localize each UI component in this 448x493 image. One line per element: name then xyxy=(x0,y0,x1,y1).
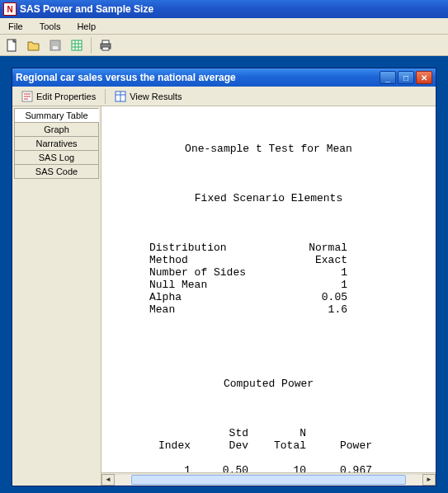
menu-file[interactable]: File xyxy=(3,20,28,33)
svg-rect-2 xyxy=(53,46,58,49)
scenario-row: DistributionNormal xyxy=(149,242,421,254)
save-button[interactable] xyxy=(46,36,64,54)
properties-icon xyxy=(21,91,33,102)
table-button[interactable] xyxy=(68,36,86,54)
main-toolbar xyxy=(0,35,448,56)
minimize-button[interactable]: _ xyxy=(380,71,396,84)
power-header-row: IndexDevTotalPower xyxy=(141,439,421,452)
close-button[interactable]: ✕ xyxy=(416,71,432,84)
sidebar-item-label: SAS Code xyxy=(35,167,78,176)
power-table: StdN IndexDevTotalPower 10.50100.967 20.… xyxy=(141,427,421,472)
app-titlebar: N SAS Power and Sample Size xyxy=(0,0,448,18)
scroll-track[interactable] xyxy=(115,474,422,486)
svg-rect-3 xyxy=(72,40,82,50)
window-buttons: _ □ ✕ xyxy=(380,71,432,84)
child-toolbar-separator xyxy=(105,89,106,104)
maximize-button[interactable]: □ xyxy=(398,71,414,84)
results-output: One-sample t Test for Mean Fixed Scenari… xyxy=(101,107,436,472)
save-icon xyxy=(50,40,61,51)
menu-help[interactable]: Help xyxy=(72,20,101,33)
table-icon xyxy=(71,40,83,51)
print-button[interactable] xyxy=(97,36,115,54)
app-title: SAS Power and Sample Size xyxy=(20,3,153,15)
scenario-row: Number of Sides1 xyxy=(149,266,421,279)
content-area: One-sample t Test for Mean Fixed Scenari… xyxy=(101,106,436,486)
power-row: 10.50100.967 xyxy=(141,464,421,472)
menu-tools[interactable]: Tools xyxy=(35,20,66,33)
sidebar-item-graph[interactable]: Graph xyxy=(14,122,99,136)
horizontal-scrollbar[interactable]: ◄ ► xyxy=(101,472,436,486)
child-title: Regional car sales versus the national a… xyxy=(16,72,380,83)
sidebar-item-summary-table[interactable]: Summary Table xyxy=(14,108,99,122)
scroll-right-button[interactable]: ► xyxy=(422,474,436,486)
sidebar-item-label: Summary Table xyxy=(25,110,87,120)
sidebar-item-sas-log[interactable]: SAS Log xyxy=(14,150,99,164)
svg-rect-9 xyxy=(102,40,109,44)
edit-properties-button[interactable]: Edit Properties xyxy=(16,88,101,105)
scenario-row: Mean1.6 xyxy=(149,303,421,316)
result-title-1: One-sample t Test for Mean xyxy=(116,143,421,155)
new-button[interactable] xyxy=(3,36,21,54)
svg-rect-10 xyxy=(102,47,109,50)
menubar: File Tools Help xyxy=(0,18,448,35)
app-icon: N xyxy=(3,2,17,16)
scenario-table: DistributionNormal MethodExact Number of… xyxy=(149,242,421,316)
toolbar-separator xyxy=(91,37,92,54)
result-title-2: Fixed Scenario Elements xyxy=(116,192,421,204)
open-button[interactable] xyxy=(25,36,43,54)
power-header-row: StdN xyxy=(141,427,421,439)
new-icon xyxy=(7,39,18,52)
child-titlebar[interactable]: Regional car sales versus the national a… xyxy=(12,68,436,87)
view-results-label: View Results xyxy=(130,92,182,101)
child-body: Summary Table Graph Narratives SAS Log S… xyxy=(12,106,436,486)
sidebar-item-label: Narratives xyxy=(35,139,77,148)
scroll-thumb[interactable] xyxy=(131,475,406,485)
sidebar-item-label: SAS Log xyxy=(39,153,74,162)
sidebar: Summary Table Graph Narratives SAS Log S… xyxy=(12,106,101,486)
child-window: Regional car sales versus the national a… xyxy=(12,68,436,486)
computed-title: Computed Power xyxy=(116,378,421,390)
scenario-row: Null Mean1 xyxy=(149,279,421,291)
scroll-left-button[interactable]: ◄ xyxy=(101,474,115,486)
sidebar-item-sas-code[interactable]: SAS Code xyxy=(14,164,99,179)
child-toolbar: Edit Properties View Results xyxy=(12,87,436,106)
mdi-area: Regional car sales versus the national a… xyxy=(0,56,448,493)
edit-properties-label: Edit Properties xyxy=(36,92,96,101)
sidebar-item-label: Graph xyxy=(44,124,69,134)
view-results-button[interactable]: View Results xyxy=(109,88,187,105)
sidebar-item-narratives[interactable]: Narratives xyxy=(14,136,99,150)
print-icon xyxy=(99,40,112,51)
results-icon xyxy=(115,91,126,102)
scenario-row: Alpha0.05 xyxy=(149,291,421,303)
open-icon xyxy=(27,40,40,51)
scenario-row: MethodExact xyxy=(149,254,421,266)
